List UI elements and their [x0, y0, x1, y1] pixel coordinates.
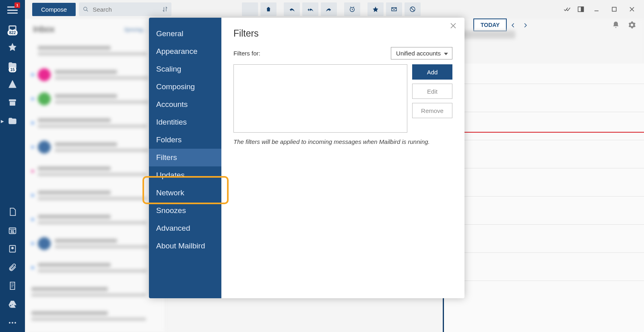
svg-rect-9	[612, 7, 616, 11]
inbox-count: 822	[8, 30, 18, 35]
sidebar-starred[interactable]	[0, 38, 25, 56]
mark-read-button[interactable]	[386, 2, 402, 16]
sync-status: Syncing...	[124, 27, 147, 33]
clock-icon	[349, 6, 355, 12]
settings-content: Filters Filters for: Unified accounts Ad…	[221, 18, 464, 298]
next-day-button[interactable]	[520, 20, 530, 31]
sidebar-app-notes[interactable]	[0, 277, 25, 295]
maximize-icon	[611, 6, 617, 12]
sidebar-inbox[interactable]: 822	[0, 19, 25, 38]
panel-title: Filters	[233, 28, 452, 39]
search-icon	[83, 6, 89, 12]
sidebar-sent[interactable]	[0, 75, 25, 93]
readall-button[interactable]	[560, 3, 574, 15]
sidebar-app-attachments[interactable]	[0, 258, 25, 277]
star-icon	[8, 43, 17, 51]
nav-folders[interactable]: Folders	[149, 131, 221, 149]
paperclip-icon	[8, 263, 17, 272]
nav-snoozes[interactable]: Snoozes	[149, 202, 221, 219]
remove-filter-button[interactable]: Remove	[412, 103, 452, 118]
calendar-body[interactable]	[443, 64, 644, 332]
trash-icon	[265, 6, 272, 12]
reply-button[interactable]	[284, 2, 300, 16]
close-modal-button[interactable]	[450, 23, 458, 31]
inbox-title: Inbox	[33, 24, 55, 35]
folders-icon	[8, 117, 17, 125]
forward-button[interactable]	[321, 2, 337, 16]
nav-identities[interactable]: Identities	[149, 113, 221, 131]
sort-icon[interactable]	[162, 6, 168, 12]
forward-icon	[326, 6, 332, 12]
snooze-button[interactable]	[344, 2, 360, 16]
star-icon	[372, 6, 379, 12]
sidebar-app-calendar[interactable]: 31	[0, 221, 25, 240]
svg-point-4	[84, 7, 87, 10]
contacts-icon	[8, 244, 17, 253]
nav-advanced[interactable]: Advanced	[149, 219, 221, 237]
minimize-icon	[594, 6, 599, 12]
nav-accounts[interactable]: Accounts	[149, 96, 221, 113]
layout-button[interactable]	[574, 3, 588, 15]
account-select[interactable]: Unified accounts	[391, 47, 452, 59]
sidebar-app-drive[interactable]	[0, 295, 25, 314]
download-button[interactable]	[242, 2, 258, 16]
search-input[interactable]	[93, 6, 167, 13]
menu-badge: 1	[14, 2, 20, 8]
drive-icon	[8, 300, 17, 309]
layout-icon	[577, 6, 584, 13]
account-select-value: Unified accounts	[396, 50, 441, 57]
close-icon	[629, 6, 635, 12]
checkmarks-icon	[564, 6, 571, 13]
spam-button[interactable]	[405, 2, 421, 16]
nav-network[interactable]: Network	[149, 184, 221, 202]
nav-about[interactable]: About Mailbird	[149, 237, 221, 255]
sidebar-more[interactable]	[0, 314, 25, 332]
close-window-button[interactable]	[623, 3, 641, 15]
compose-button[interactable]: Compose	[32, 3, 76, 16]
nav-composing[interactable]: Composing	[149, 78, 221, 96]
sidebar-archive[interactable]	[0, 93, 25, 112]
filters-list[interactable]	[233, 64, 407, 133]
menu-button[interactable]: 1	[0, 1, 25, 19]
nav-scaling[interactable]: Scaling	[149, 60, 221, 78]
prev-day-button[interactable]	[508, 20, 518, 31]
delete-button[interactable]	[260, 2, 277, 16]
sidebar-app-contacts[interactable]	[0, 240, 25, 258]
nav-updates[interactable]: Updates	[149, 166, 221, 184]
gear-icon[interactable]	[628, 21, 636, 29]
nav-appearance[interactable]: Appearance	[149, 43, 221, 60]
add-filter-button[interactable]: Add	[412, 64, 452, 80]
send-icon	[8, 80, 17, 88]
sidebar-folder-count[interactable]: 15	[0, 56, 25, 75]
settings-modal: General Appearance Scaling Composing Acc…	[149, 18, 464, 298]
reply-icon	[289, 6, 295, 12]
reply-all-button[interactable]	[302, 2, 318, 16]
toolbar-actions	[242, 2, 423, 16]
minimize-button[interactable]	[588, 3, 605, 15]
sidebar-folders[interactable]: ▶	[0, 112, 25, 130]
search-wrapper[interactable]	[79, 2, 171, 16]
reply-all-icon	[307, 6, 314, 12]
svg-text:31: 31	[10, 230, 14, 234]
star-button[interactable]	[367, 2, 384, 16]
mail-icon	[391, 6, 397, 12]
chevron-left-icon	[510, 23, 516, 28]
settings-nav: General Appearance Scaling Composing Acc…	[149, 18, 221, 298]
more-icon	[9, 322, 16, 324]
nav-filters[interactable]: Filters	[149, 149, 221, 166]
chevron-right-icon	[522, 23, 528, 28]
toolbar: Compose	[25, 0, 644, 18]
edit-filter-button[interactable]: Edit	[412, 84, 452, 99]
download-icon	[247, 6, 253, 12]
note-icon	[8, 281, 17, 290]
nav-general[interactable]: General	[149, 25, 221, 43]
maximize-button[interactable]	[605, 3, 623, 15]
today-button[interactable]: TODAY	[473, 18, 507, 31]
sidebar-app-docs[interactable]	[0, 203, 25, 221]
filters-for-label: Filters for:	[233, 50, 260, 57]
block-icon	[409, 6, 416, 12]
bell-icon[interactable]	[612, 21, 620, 29]
caret-icon: ▶	[1, 119, 4, 123]
close-icon	[450, 23, 456, 29]
svg-point-3	[11, 247, 14, 249]
